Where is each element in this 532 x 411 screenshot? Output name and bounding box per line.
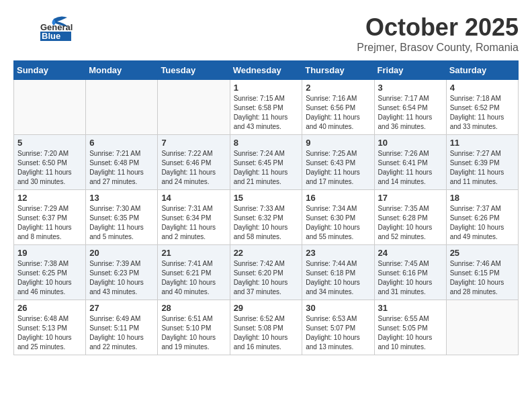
calendar-cell: 15Sunrise: 7:33 AM Sunset: 6:32 PM Dayli… (230, 190, 302, 245)
day-detail: Sunrise: 7:44 AM Sunset: 6:18 PM Dayligh… (306, 259, 370, 297)
day-detail: Sunrise: 7:29 AM Sunset: 6:37 PM Dayligh… (17, 204, 82, 242)
day-number: 23 (306, 248, 370, 258)
calendar-cell: 1Sunrise: 7:15 AM Sunset: 6:58 PM Daylig… (230, 80, 302, 135)
calendar-week-row: 1Sunrise: 7:15 AM Sunset: 6:58 PM Daylig… (14, 80, 519, 135)
weekday-header: Saturday (446, 61, 518, 80)
day-number: 27 (89, 303, 154, 313)
day-number: 6 (89, 138, 154, 148)
day-number: 9 (306, 138, 370, 148)
day-number: 15 (234, 193, 299, 203)
day-number: 20 (89, 248, 154, 258)
weekday-header: Tuesday (158, 61, 230, 80)
day-detail: Sunrise: 7:30 AM Sunset: 6:35 PM Dayligh… (89, 204, 154, 242)
day-detail: Sunrise: 7:41 AM Sunset: 6:21 PM Dayligh… (161, 259, 226, 297)
logo-svg: General Blue (13, 13, 74, 44)
calendar-week-row: 5Sunrise: 7:20 AM Sunset: 6:50 PM Daylig… (14, 135, 519, 190)
day-detail: Sunrise: 7:39 AM Sunset: 6:23 PM Dayligh… (89, 259, 154, 297)
calendar-cell: 13Sunrise: 7:30 AM Sunset: 6:35 PM Dayli… (86, 190, 158, 245)
weekday-header: Sunday (14, 61, 86, 80)
day-number: 12 (17, 193, 82, 203)
weekday-header-row: SundayMondayTuesdayWednesdayThursdayFrid… (14, 61, 519, 80)
day-number: 3 (378, 83, 443, 93)
calendar-cell: 27Sunrise: 6:49 AM Sunset: 5:11 PM Dayli… (86, 300, 158, 355)
day-detail: Sunrise: 6:51 AM Sunset: 5:10 PM Dayligh… (161, 314, 226, 352)
day-number: 28 (161, 303, 226, 313)
day-number: 22 (234, 248, 299, 258)
calendar-cell: 16Sunrise: 7:34 AM Sunset: 6:30 PM Dayli… (302, 190, 374, 245)
calendar-cell: 29Sunrise: 6:52 AM Sunset: 5:08 PM Dayli… (230, 300, 302, 355)
calendar-cell: 26Sunrise: 6:48 AM Sunset: 5:13 PM Dayli… (14, 300, 86, 355)
day-number: 24 (378, 248, 443, 258)
day-detail: Sunrise: 7:37 AM Sunset: 6:26 PM Dayligh… (450, 204, 515, 242)
calendar-cell: 12Sunrise: 7:29 AM Sunset: 6:37 PM Dayli… (14, 190, 86, 245)
calendar-table: SundayMondayTuesdayWednesdayThursdayFrid… (13, 60, 519, 355)
day-detail: Sunrise: 7:24 AM Sunset: 6:45 PM Dayligh… (234, 149, 299, 187)
day-detail: Sunrise: 7:26 AM Sunset: 6:41 PM Dayligh… (378, 149, 443, 187)
day-detail: Sunrise: 7:45 AM Sunset: 6:16 PM Dayligh… (378, 259, 443, 297)
day-number: 1 (234, 83, 299, 93)
day-detail: Sunrise: 7:42 AM Sunset: 6:20 PM Dayligh… (234, 259, 299, 297)
calendar-cell: 2Sunrise: 7:16 AM Sunset: 6:56 PM Daylig… (302, 80, 374, 135)
day-number: 13 (89, 193, 154, 203)
day-detail: Sunrise: 6:55 AM Sunset: 5:05 PM Dayligh… (378, 314, 443, 352)
day-detail: Sunrise: 7:33 AM Sunset: 6:32 PM Dayligh… (234, 204, 299, 242)
day-detail: Sunrise: 6:49 AM Sunset: 5:11 PM Dayligh… (89, 314, 154, 352)
day-detail: Sunrise: 7:35 AM Sunset: 6:28 PM Dayligh… (378, 204, 443, 242)
logo: General Blue (13, 13, 74, 44)
calendar-cell: 28Sunrise: 6:51 AM Sunset: 5:10 PM Dayli… (158, 300, 230, 355)
day-detail: Sunrise: 7:22 AM Sunset: 6:46 PM Dayligh… (161, 149, 226, 187)
day-number: 18 (450, 193, 515, 203)
svg-text:Blue: Blue (42, 31, 60, 41)
day-detail: Sunrise: 7:46 AM Sunset: 6:15 PM Dayligh… (450, 259, 515, 297)
calendar-cell (86, 80, 158, 135)
day-number: 11 (450, 138, 515, 148)
day-number: 25 (450, 248, 515, 258)
calendar-cell: 22Sunrise: 7:42 AM Sunset: 6:20 PM Dayli… (230, 245, 302, 300)
day-number: 5 (17, 138, 82, 148)
calendar-cell (446, 300, 518, 355)
day-number: 17 (378, 193, 443, 203)
page-header: General Blue October 2025 Prejmer, Braso… (13, 13, 519, 54)
calendar-cell: 11Sunrise: 7:27 AM Sunset: 6:39 PM Dayli… (446, 135, 518, 190)
day-number: 8 (234, 138, 299, 148)
calendar-cell (158, 80, 230, 135)
day-number: 14 (161, 193, 226, 203)
day-number: 19 (17, 248, 82, 258)
day-detail: Sunrise: 7:38 AM Sunset: 6:25 PM Dayligh… (17, 259, 82, 297)
calendar-cell: 9Sunrise: 7:25 AM Sunset: 6:43 PM Daylig… (302, 135, 374, 190)
calendar-cell: 21Sunrise: 7:41 AM Sunset: 6:21 PM Dayli… (158, 245, 230, 300)
day-number: 29 (234, 303, 299, 313)
title-block: October 2025 Prejmer, Brasov County, Rom… (357, 13, 519, 54)
calendar-cell: 3Sunrise: 7:17 AM Sunset: 6:54 PM Daylig… (374, 80, 446, 135)
calendar-cell: 14Sunrise: 7:31 AM Sunset: 6:34 PM Dayli… (158, 190, 230, 245)
calendar-cell: 31Sunrise: 6:55 AM Sunset: 5:05 PM Dayli… (374, 300, 446, 355)
day-detail: Sunrise: 7:25 AM Sunset: 6:43 PM Dayligh… (306, 149, 370, 187)
month-title: October 2025 (357, 13, 519, 42)
calendar-cell: 23Sunrise: 7:44 AM Sunset: 6:18 PM Dayli… (302, 245, 374, 300)
day-number: 10 (378, 138, 443, 148)
location-title: Prejmer, Brasov County, Romania (357, 42, 519, 54)
calendar-cell: 30Sunrise: 6:53 AM Sunset: 5:07 PM Dayli… (302, 300, 374, 355)
calendar-week-row: 26Sunrise: 6:48 AM Sunset: 5:13 PM Dayli… (14, 300, 519, 355)
day-detail: Sunrise: 7:21 AM Sunset: 6:48 PM Dayligh… (89, 149, 154, 187)
calendar-cell: 4Sunrise: 7:18 AM Sunset: 6:52 PM Daylig… (446, 80, 518, 135)
day-detail: Sunrise: 6:52 AM Sunset: 5:08 PM Dayligh… (234, 314, 299, 352)
calendar-week-row: 12Sunrise: 7:29 AM Sunset: 6:37 PM Dayli… (14, 190, 519, 245)
day-detail: Sunrise: 7:27 AM Sunset: 6:39 PM Dayligh… (450, 149, 515, 187)
day-number: 2 (306, 83, 370, 93)
day-number: 7 (161, 138, 226, 148)
day-detail: Sunrise: 7:16 AM Sunset: 6:56 PM Dayligh… (306, 94, 370, 132)
day-number: 30 (306, 303, 370, 313)
calendar-cell (14, 80, 86, 135)
calendar-cell: 25Sunrise: 7:46 AM Sunset: 6:15 PM Dayli… (446, 245, 518, 300)
calendar-week-row: 19Sunrise: 7:38 AM Sunset: 6:25 PM Dayli… (14, 245, 519, 300)
day-number: 21 (161, 248, 226, 258)
day-detail: Sunrise: 7:15 AM Sunset: 6:58 PM Dayligh… (234, 94, 299, 132)
weekday-header: Friday (374, 61, 446, 80)
day-number: 31 (378, 303, 443, 313)
day-number: 26 (17, 303, 82, 313)
calendar-cell: 5Sunrise: 7:20 AM Sunset: 6:50 PM Daylig… (14, 135, 86, 190)
day-detail: Sunrise: 7:18 AM Sunset: 6:52 PM Dayligh… (450, 94, 515, 132)
weekday-header: Wednesday (230, 61, 302, 80)
calendar-cell: 19Sunrise: 7:38 AM Sunset: 6:25 PM Dayli… (14, 245, 86, 300)
